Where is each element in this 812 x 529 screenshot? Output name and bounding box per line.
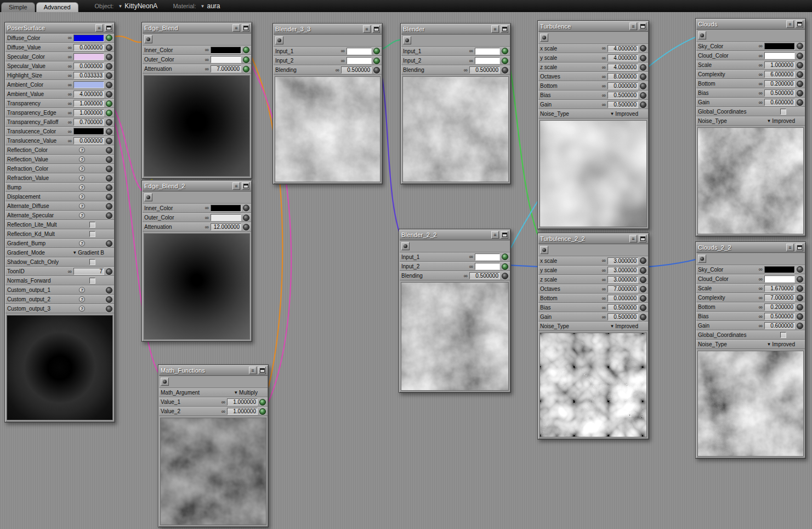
input-plug[interactable] (106, 166, 112, 172)
node-menu-button[interactable]: ≡ (629, 235, 637, 243)
object-dropdown[interactable]: ▼ KittyNeonA (118, 2, 157, 10)
tab-simple[interactable]: Simple (1, 2, 35, 12)
question-icon[interactable]: ? (79, 156, 85, 162)
value-field[interactable]: 0.500000 (607, 92, 638, 99)
input-plug[interactable] (640, 295, 646, 302)
value-field[interactable]: 0.500000 (607, 313, 638, 320)
animate-link-icon[interactable]: ∞ (469, 264, 473, 269)
animate-link-icon[interactable]: ∞ (205, 205, 209, 211)
value-field[interactable]: 0.200000 (764, 80, 795, 87)
input-plug[interactable] (502, 58, 508, 64)
value-field[interactable]: 0.500000 (341, 66, 372, 74)
value-field[interactable]: 0.500000 (469, 272, 500, 279)
input-box[interactable] (475, 254, 500, 261)
input-plug[interactable] (373, 58, 380, 64)
animate-link-icon[interactable]: ∞ (759, 63, 763, 68)
input-box[interactable] (347, 57, 372, 64)
animate-link-icon[interactable]: ∞ (469, 58, 473, 64)
value-field[interactable]: 6.000000 (764, 71, 795, 78)
dropdown-noise_type[interactable]: ▼Improved (766, 341, 795, 347)
input-plug[interactable] (106, 240, 112, 247)
value-field[interactable]: 12.000000 (211, 223, 241, 230)
question-icon[interactable]: ? (79, 212, 85, 218)
node-title-math_functions[interactable]: Math_Functions≡ (159, 365, 268, 376)
node-menu-button[interactable]: ≡ (491, 231, 499, 239)
input-plug[interactable] (797, 323, 803, 329)
question-icon[interactable]: ? (79, 194, 85, 200)
node-output-plug[interactable] (540, 33, 548, 42)
animate-link-icon[interactable]: ∞ (602, 102, 606, 108)
value-field[interactable]: 0.700000 (73, 119, 104, 126)
input-plug[interactable] (243, 47, 249, 53)
question-icon[interactable]: ? (79, 166, 85, 172)
node-collapse-button[interactable] (242, 24, 249, 32)
value-field[interactable]: 4.000000 (73, 91, 104, 98)
animate-link-icon[interactable]: ∞ (759, 267, 763, 272)
input-plug[interactable] (502, 254, 508, 260)
animate-link-icon[interactable]: ∞ (602, 296, 606, 301)
animate-link-icon[interactable]: ∞ (602, 268, 606, 273)
dropdown-noise_type[interactable]: ▼Improved (766, 118, 795, 124)
input-plug[interactable] (797, 304, 803, 311)
input-plug[interactable] (640, 74, 646, 80)
value-field[interactable]: 0.033333 (73, 72, 104, 79)
checkbox-normals_forward[interactable] (89, 278, 95, 284)
value-field[interactable]: 0.000000 (607, 82, 638, 89)
input-plug[interactable] (640, 102, 646, 108)
value-field[interactable]: 7 (73, 268, 104, 275)
checkbox-shadow_catch_only[interactable] (89, 259, 95, 265)
input-plug[interactable] (640, 257, 646, 264)
node-output-plug[interactable] (540, 246, 548, 254)
input-plug[interactable] (373, 48, 380, 54)
input-plug[interactable] (373, 67, 380, 74)
node-menu-button[interactable]: ≡ (249, 367, 257, 374)
node-output-plug[interactable] (401, 242, 410, 250)
checkbox-reflection_kd_mult[interactable] (89, 231, 95, 237)
input-plug[interactable] (797, 53, 803, 59)
input-plug[interactable] (640, 83, 646, 89)
node-title-turbulence[interactable]: Turbulence≡ (538, 21, 648, 32)
node-menu-button[interactable]: ≡ (629, 22, 637, 30)
input-plug[interactable] (243, 57, 249, 63)
node-collapse-button[interactable] (105, 24, 112, 32)
node-menu-button[interactable]: ≡ (363, 25, 371, 33)
node-title-posersurface[interactable]: PoserSurface≡ (5, 23, 114, 33)
input-plug[interactable] (106, 306, 112, 312)
animate-link-icon[interactable]: ∞ (602, 258, 606, 263)
input-plug[interactable] (640, 286, 646, 292)
animate-link-icon[interactable]: ∞ (759, 277, 763, 282)
value-field[interactable]: 1.670000 (764, 285, 795, 292)
input-box[interactable] (475, 57, 500, 64)
input-plug[interactable] (797, 313, 803, 320)
animate-link-icon[interactable]: ∞ (602, 46, 606, 51)
input-plug[interactable] (797, 90, 803, 97)
node-menu-button[interactable]: ≡ (786, 20, 794, 28)
input-plug[interactable] (106, 44, 112, 51)
color-swatch[interactable] (764, 52, 795, 59)
input-plug[interactable] (797, 62, 803, 69)
animate-link-icon[interactable]: ∞ (602, 74, 606, 80)
color-swatch[interactable] (211, 214, 241, 221)
input-plug[interactable] (106, 175, 112, 182)
node-collapse-button[interactable] (639, 22, 646, 30)
animate-link-icon[interactable]: ∞ (68, 138, 72, 144)
value-field[interactable]: 0.500000 (764, 313, 795, 320)
node-output-plug[interactable] (403, 36, 411, 44)
input-plug[interactable] (243, 215, 249, 221)
color-swatch[interactable] (764, 266, 795, 273)
question-icon[interactable]: ? (79, 240, 85, 246)
checkbox-global_coordinates[interactable] (780, 109, 786, 115)
animate-link-icon[interactable]: ∞ (602, 65, 606, 70)
animate-link-icon[interactable]: ∞ (759, 305, 763, 310)
value-field[interactable]: 0.500000 (607, 101, 638, 108)
animate-link-icon[interactable]: ∞ (759, 323, 763, 329)
dropdown-noise_type[interactable]: ▼Improved (610, 323, 638, 329)
color-swatch[interactable] (764, 275, 795, 283)
input-plug[interactable] (106, 63, 112, 70)
question-icon[interactable]: ? (79, 296, 85, 302)
node-title-edge_blend[interactable]: Edge_Blend≡ (143, 23, 251, 33)
input-plug[interactable] (797, 71, 803, 78)
node-collapse-button[interactable] (501, 231, 508, 239)
value-field[interactable]: 3.000000 (607, 257, 638, 264)
value-field[interactable]: 1.000000 (73, 109, 104, 116)
